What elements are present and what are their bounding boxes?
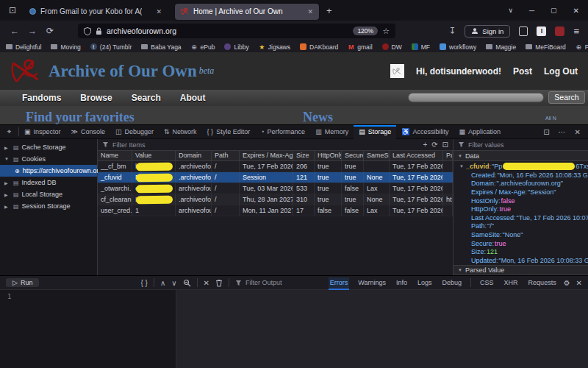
column-header-expires-max-age[interactable]: Expires / Max-Age [240,151,293,160]
cookie-row[interactable]: _cfuvidPp1.archiveofour…/Session121truet… [98,172,453,183]
console-close-icon[interactable]: ✕ [576,279,582,287]
console-filter-info[interactable]: Info [395,277,409,288]
headline-news[interactable]: News [303,110,343,124]
console-filter-requests[interactable]: Requests [527,277,558,288]
sidebar-storage-type[interactable]: ▶▤Indexed DB [0,177,97,188]
devtools-tab-style_editor[interactable]: { }Style Editor [202,125,256,139]
bookmark-item[interactable]: Delightful [6,43,41,51]
new-tab-button[interactable]: + [326,5,332,16]
console-filter-debug[interactable]: Debug [441,277,464,288]
tab-close-icon[interactable]: ✕ [307,8,313,15]
devtools-tab-storage[interactable]: ▤Storage [354,125,396,139]
ao3-logo[interactable] [10,57,43,85]
add-item-icon[interactable]: + [423,141,427,149]
cookie-row[interactable]: _otwarchi…eyJarchiveofour…/Tue, 03 Mar 2… [98,183,453,194]
app-menu-icon[interactable]: ≡ [573,26,579,37]
user-greeting[interactable]: Hi, dotisunderwood! [416,66,501,77]
devtools-tab-debugger[interactable]: ◫Debugger [110,125,159,139]
bookmark-star-icon[interactable]: ☆ [382,26,390,36]
bookmark-item[interactable]: workflowy [440,43,476,51]
console-filter-xhr[interactable]: XHR [503,277,520,288]
data-section-header[interactable]: ▼ Data [453,151,588,161]
twisty-arrow-icon[interactable]: ▼ [4,157,10,161]
console-filter-errors[interactable]: Errors [329,277,350,288]
site-search-input[interactable] [408,93,544,102]
bookmark-item[interactable]: Mgmail [348,43,372,51]
post-link[interactable]: Post [513,66,532,77]
sidebar-storage-type[interactable]: ▶▤Local Storage [0,188,97,200]
browser-tab-2-active[interactable]: Home | Archive of Our Own ✕ [175,4,319,20]
devtools-tab-application[interactable]: ▦Application [453,125,506,139]
back-button[interactable]: ← [6,26,24,36]
filter-values-input[interactable]: Filter values [458,141,588,149]
twisty-arrow-icon[interactable]: ▶ [4,145,10,150]
bookmark-item[interactable]: t(24) Tumblr [90,43,132,51]
column-header-pa[interactable]: Pa [443,151,453,160]
sidebar-host-item[interactable]: ⊕https://archiveofourown.org [0,165,97,177]
cookie-value-line[interactable]: ▼ _cfuvid : "Pp 6Txs8" [453,161,588,171]
devtools-tab-performance[interactable]: ◔Performance [255,125,310,139]
nav-fandoms[interactable]: Fandoms [22,93,61,103]
bookmark-item[interactable]: Moving [51,43,80,51]
column-header-httponly[interactable]: HttpOnly [315,151,342,160]
nav-search[interactable]: Search [132,93,161,103]
bookmark-item[interactable]: ★Jigsaws [259,43,290,51]
console-filter-css[interactable]: CSS [478,277,495,288]
js-editor-pane[interactable]: 1 [0,290,176,368]
url-bar[interactable]: archiveofourown.org 120% ☆ [78,24,395,38]
trash-icon[interactable] [215,279,223,287]
twisty-arrow-icon[interactable]: ▶ [4,204,10,209]
bookmark-item[interactable]: MF [412,43,430,51]
tab-close-icon[interactable]: ✕ [156,8,162,15]
logout-link[interactable]: Log Out [544,66,578,77]
browser-tab-1[interactable]: From Gmail to your Kobo for A( ✕ [24,4,168,20]
column-header-samesite[interactable]: SameSite [364,151,390,160]
user-avatar[interactable] [390,64,404,78]
lock-icon[interactable] [96,27,102,35]
cookie-row[interactable]: __cf_bmhqK.archiveofour…/Tue, 17 Feb 202… [98,161,453,172]
close-editor-icon[interactable]: ✕ [204,279,209,287]
console-output-pane[interactable] [176,290,588,368]
bookmark-item[interactable]: DAKboard [300,43,338,51]
bookmark-item[interactable]: ⊕ePub [191,43,215,51]
column-header-path[interactable]: Path [212,151,240,160]
twisty-arrow-icon[interactable]: ▶ [4,192,10,197]
bookmark-item[interactable]: Maggie [486,43,516,51]
cookie-row[interactable]: cf_clearan…Law.archiveofour…/Thu, 28 Jan… [98,194,453,205]
column-header-last-accessed[interactable]: Last Accessed [390,151,443,160]
refresh-items-icon[interactable]: ⟳ [431,141,437,149]
nav-about[interactable]: About [180,93,206,103]
site-title[interactable]: Archive of Our Own [49,62,197,81]
adblocker-shield-icon[interactable] [555,26,564,36]
history-up-icon[interactable]: ∧ [160,279,165,287]
zoom-level-badge[interactable]: 120% [353,26,378,35]
bookmark-item[interactable]: ⊕Prayers Before Sleep -... [576,43,588,51]
search-magnifier-icon[interactable] [183,279,191,287]
minimize-button[interactable]: ─ [529,7,534,15]
tracking-shield-icon[interactable] [84,27,91,35]
extension-page-icon[interactable] [519,26,528,36]
console-settings-gear-icon[interactable]: ⚙ [564,279,570,287]
signin-button[interactable]: Sign in [465,25,510,38]
column-header-name[interactable]: Name [98,151,132,160]
forward-button[interactable]: → [24,26,41,36]
firefox-view-icon[interactable]: ⊡ [4,5,21,15]
column-header-secure[interactable]: Secure [342,151,364,160]
bookmark-item[interactable]: Baba Yaga [141,43,181,51]
extension-i-icon[interactable]: I [537,26,546,36]
devtools-tab-memory[interactable]: ▥Memory [310,125,354,139]
bookmark-item[interactable]: DW [382,43,402,51]
tab-overflow-chevron-icon[interactable]: ∨ [508,7,513,14]
sidebar-storage-type[interactable]: ▼▤Cookies [0,153,97,165]
devtools-tab-console[interactable]: ≫Console [66,125,110,139]
column-header-size[interactable]: Size [293,151,315,160]
bookmark-item[interactable]: Libby [224,43,248,51]
downloads-icon[interactable]: ↧ [448,26,456,36]
sidebar-storage-type[interactable]: ▶▤Session Storage [0,200,97,212]
console-filter-logs[interactable]: Logs [416,277,434,288]
cookie-row[interactable]: user_cred…1archiveofour…/Mon, 11 Jan 202… [98,205,453,216]
history-down-icon[interactable]: ∨ [171,279,176,287]
run-button[interactable]: ▷ Run [6,278,39,287]
devtools-close-icon[interactable]: ✕ [575,128,581,136]
devtools-tab-accessibility[interactable]: ♿Accessibility [396,125,453,139]
